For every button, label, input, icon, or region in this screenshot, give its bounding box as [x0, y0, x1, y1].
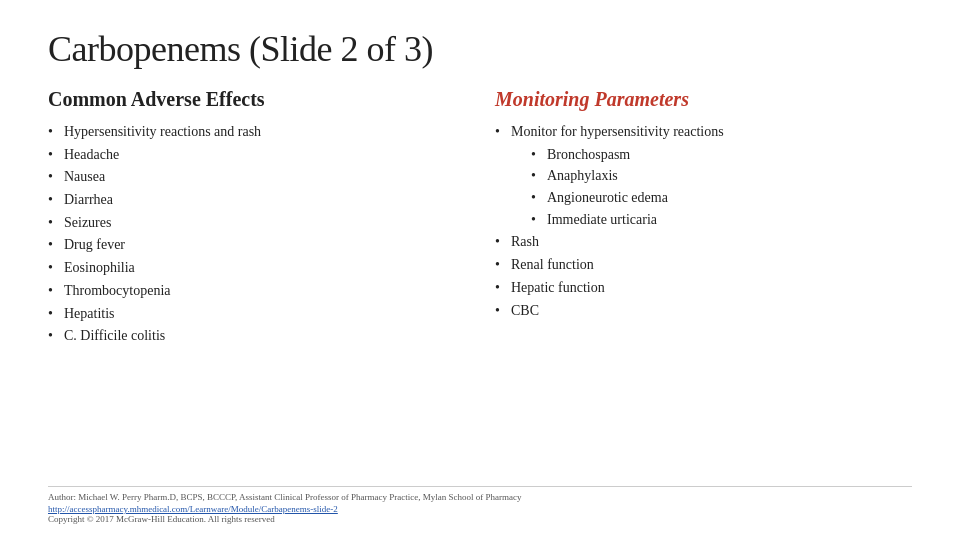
list-item: CBC: [495, 300, 912, 322]
content-area: Common Adverse Effects Hypersensitivity …: [48, 88, 912, 478]
list-item: Diarrhea: [48, 189, 465, 211]
sub-list-item: Angioneurotic edema: [531, 187, 912, 209]
list-item: Rash: [495, 231, 912, 253]
footer-copyright: Copyright © 2017 McGraw-Hill Education. …: [48, 514, 912, 524]
list-item: Hypersensitivity reactions and rash: [48, 121, 465, 143]
list-item: Seizures: [48, 212, 465, 234]
list-item: C. Difficile colitis: [48, 325, 465, 347]
footer-link[interactable]: http://accesspharmacy.mhmedical.com/Lear…: [48, 504, 912, 514]
slide: Carbopenems (Slide 2 of 3) Common Advers…: [0, 0, 960, 540]
list-item: Thrombocytopenia: [48, 280, 465, 302]
sub-list: Bronchospasm Anaphylaxis Angioneurotic e…: [511, 144, 912, 231]
monitoring-heading: Monitoring Parameters: [495, 88, 912, 111]
list-item: Renal function: [495, 254, 912, 276]
monitoring-list: Monitor for hypersensitivity reactions B…: [495, 121, 912, 321]
sub-list-item: Bronchospasm: [531, 144, 912, 166]
list-item: Hepatitis: [48, 303, 465, 325]
sub-list-item: Anaphylaxis: [531, 165, 912, 187]
right-column: Monitoring Parameters Monitor for hypers…: [485, 88, 912, 478]
footer-author: Author: Michael W. Perry Pharm.D, BCPS, …: [48, 492, 912, 502]
list-item: Eosinophilia: [48, 257, 465, 279]
list-item: Headache: [48, 144, 465, 166]
page-title: Carbopenems (Slide 2 of 3): [48, 28, 912, 70]
list-item: Hepatic function: [495, 277, 912, 299]
left-column: Common Adverse Effects Hypersensitivity …: [48, 88, 485, 478]
monitoring-top-item: Monitor for hypersensitivity reactions B…: [495, 121, 912, 230]
sub-list-item: Immediate urticaria: [531, 209, 912, 231]
footer: Author: Michael W. Perry Pharm.D, BCPS, …: [48, 486, 912, 524]
list-item: Nausea: [48, 166, 465, 188]
adverse-effects-list: Hypersensitivity reactions and rash Head…: [48, 121, 465, 347]
list-item: Drug fever: [48, 234, 465, 256]
adverse-effects-heading: Common Adverse Effects: [48, 88, 465, 111]
